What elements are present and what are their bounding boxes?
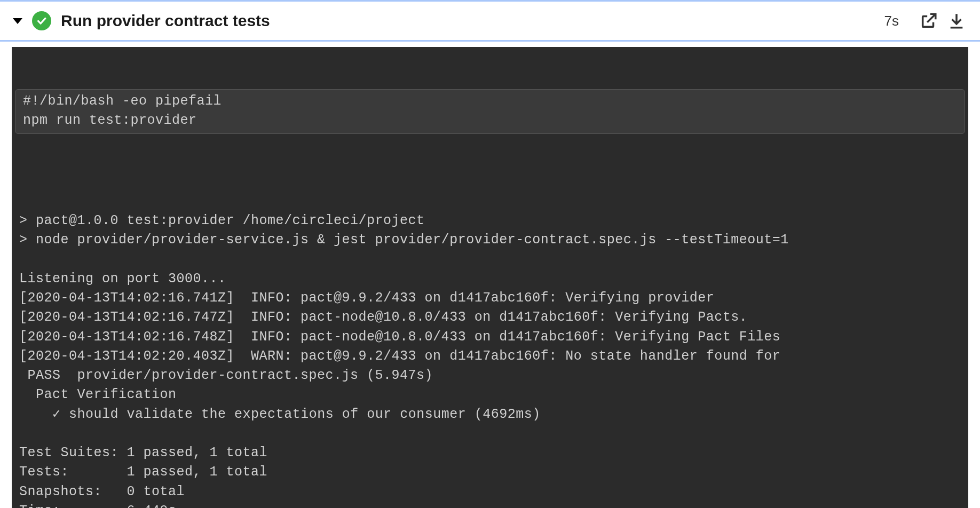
output-body: > pact@1.0.0 test:provider /home/circlec…: [12, 173, 968, 509]
step-title: Run provider contract tests: [61, 12, 884, 30]
output-line: Pact Verification: [19, 385, 961, 404]
shebang-line: #!/bin/bash -eo pipefail: [23, 92, 957, 111]
step-duration: 7s: [884, 13, 899, 29]
chevron-down-icon[interactable]: [13, 18, 22, 24]
summary-line: Time: 6.449s: [19, 502, 961, 508]
download-button[interactable]: [946, 10, 967, 31]
summary-line: Test Suites: 1 passed, 1 total: [19, 443, 961, 463]
output-line: > node provider/provider-service.js & je…: [19, 231, 961, 250]
output-line: Listening on port 3000...: [19, 269, 961, 289]
terminal-output[interactable]: #!/bin/bash -eo pipefailnpm run test:pro…: [12, 47, 968, 508]
summary-line: Tests: 1 passed, 1 total: [19, 463, 961, 482]
open-external-button[interactable]: [918, 10, 939, 31]
output-line: [2020-04-13T14:02:16.747Z] INFO: pact-no…: [19, 308, 961, 327]
output-line: [19, 192, 961, 211]
command-box: #!/bin/bash -eo pipefailnpm run test:pro…: [15, 89, 965, 134]
command-line: npm run test:provider: [23, 111, 957, 130]
terminal-container: #!/bin/bash -eo pipefailnpm run test:pro…: [0, 42, 980, 508]
output-line: > pact@1.0.0 test:provider /home/circlec…: [19, 211, 961, 231]
output-line: [2020-04-13T14:02:16.748Z] INFO: pact-no…: [19, 328, 961, 347]
summary-line: Snapshots: 0 total: [19, 482, 961, 502]
output-line: [2020-04-13T14:02:20.403Z] WARN: pact@9.…: [19, 347, 961, 366]
status-success-icon: [32, 11, 51, 30]
output-line: [2020-04-13T14:02:16.741Z] INFO: pact@9.…: [19, 289, 961, 308]
output-line: [19, 173, 961, 192]
step-header[interactable]: Run provider contract tests 7s: [0, 0, 980, 42]
output-line: [19, 424, 961, 443]
test-pass-line: PASS provider/provider-contract.spec.js …: [19, 366, 961, 385]
test-case-line: ✓ should validate the expectations of ou…: [19, 405, 961, 424]
output-line: [19, 250, 961, 269]
